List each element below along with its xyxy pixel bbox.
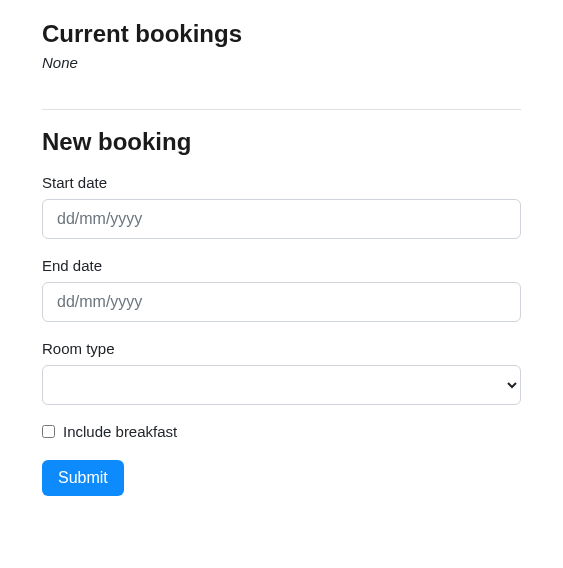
current-bookings-empty: None bbox=[42, 54, 521, 71]
start-date-label: Start date bbox=[42, 174, 521, 191]
end-date-label: End date bbox=[42, 257, 521, 274]
current-bookings-heading: Current bookings bbox=[42, 20, 521, 48]
end-date-input[interactable] bbox=[42, 282, 521, 322]
room-type-label: Room type bbox=[42, 340, 521, 357]
include-breakfast-label: Include breakfast bbox=[63, 423, 177, 440]
new-booking-heading: New booking bbox=[42, 128, 521, 156]
end-date-group: End date bbox=[42, 257, 521, 322]
start-date-input[interactable] bbox=[42, 199, 521, 239]
include-breakfast-group: Include breakfast bbox=[42, 423, 521, 440]
new-booking-section: New booking Start date End date Room typ… bbox=[42, 128, 521, 496]
current-bookings-section: Current bookings None bbox=[42, 20, 521, 71]
room-type-group: Room type bbox=[42, 340, 521, 405]
room-type-select[interactable] bbox=[42, 365, 521, 405]
start-date-group: Start date bbox=[42, 174, 521, 239]
include-breakfast-checkbox[interactable] bbox=[42, 425, 55, 438]
submit-button[interactable]: Submit bbox=[42, 460, 124, 496]
section-divider bbox=[42, 109, 521, 110]
